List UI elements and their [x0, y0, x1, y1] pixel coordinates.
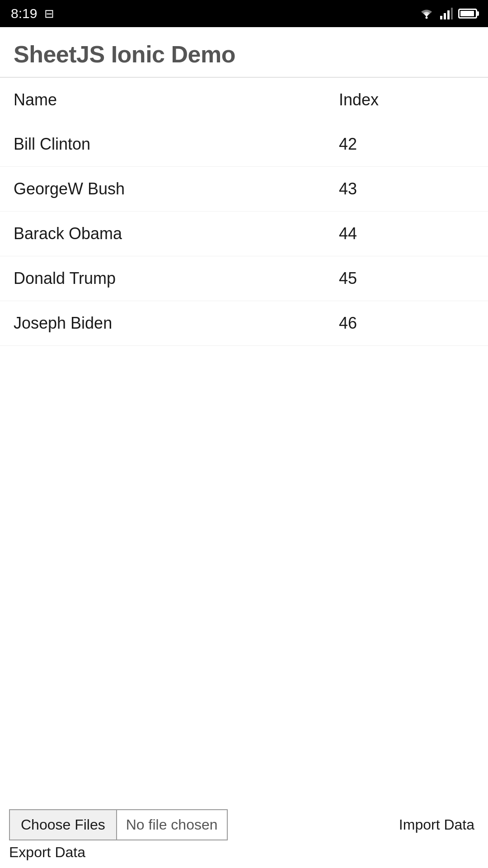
- bottom-bar: Choose Files No file chosen Import Data …: [0, 802, 488, 868]
- no-file-label: No file chosen: [117, 809, 228, 840]
- signal-icon: [440, 8, 453, 19]
- cell-index: 46: [339, 314, 474, 333]
- column-header-index: Index: [339, 90, 474, 109]
- column-header-name: Name: [14, 90, 339, 109]
- wifi-icon: [418, 8, 435, 19]
- app-header: SheetJS Ionic Demo: [0, 27, 488, 78]
- cell-index: 42: [339, 135, 474, 154]
- svg-rect-3: [447, 10, 450, 19]
- svg-point-0: [426, 17, 428, 19]
- file-input-left: Choose Files No file chosen: [9, 809, 228, 840]
- cell-name: Bill Clinton: [14, 135, 339, 154]
- cell-name: Barack Obama: [14, 224, 339, 243]
- table-header-row: Name Index: [0, 78, 488, 122]
- cell-index: 44: [339, 224, 474, 243]
- app-title: SheetJS Ionic Demo: [14, 41, 474, 68]
- file-input-row: Choose Files No file chosen Import Data: [9, 809, 479, 840]
- table-row: Bill Clinton 42: [0, 122, 488, 167]
- svg-rect-4: [451, 8, 453, 19]
- status-icons: [418, 8, 477, 19]
- cell-name: GeorgeW Bush: [14, 179, 339, 198]
- status-time: 8:19: [11, 6, 37, 21]
- svg-rect-1: [440, 16, 442, 19]
- battery-icon: [458, 9, 477, 19]
- choose-files-button[interactable]: Choose Files: [9, 809, 117, 840]
- table-row: GeorgeW Bush 43: [0, 167, 488, 212]
- cell-index: 43: [339, 179, 474, 198]
- cell-name: Joseph Biden: [14, 314, 339, 333]
- table-row: Donald Trump 45: [0, 256, 488, 301]
- export-data-button[interactable]: Export Data: [9, 844, 85, 861]
- status-left: 8:19 ⊟: [11, 6, 54, 21]
- cell-name: Donald Trump: [14, 269, 339, 288]
- svg-rect-2: [444, 13, 446, 19]
- cell-index: 45: [339, 269, 474, 288]
- table-row: Joseph Biden 46: [0, 301, 488, 346]
- notification-icon: ⊟: [44, 7, 54, 21]
- status-bar: 8:19 ⊟: [0, 0, 488, 27]
- table-row: Barack Obama 44: [0, 212, 488, 256]
- data-table: Name Index Bill Clinton 42 GeorgeW Bush …: [0, 78, 488, 346]
- import-data-button[interactable]: Import Data: [394, 810, 479, 840]
